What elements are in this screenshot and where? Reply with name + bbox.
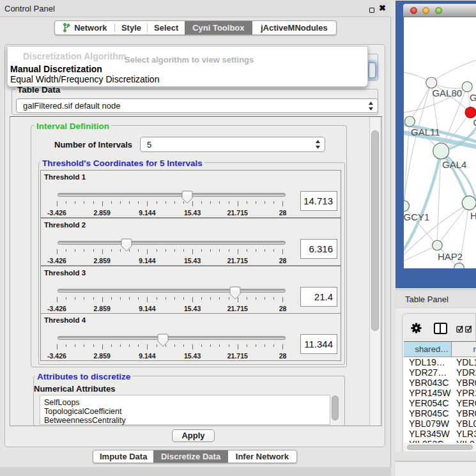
svg-text:GAL80: GAL80 [432,88,462,98]
svg-text:GAL11: GAL11 [411,127,440,137]
svg-text:GA: GA [470,92,476,103]
svg-text:H: H [470,210,476,221]
svg-text:GCY1: GCY1 [404,211,429,222]
svg-text:GAL4: GAL4 [442,159,466,170]
svg-text:HAP2: HAP2 [438,251,463,262]
svg-text:C: C [473,117,476,128]
